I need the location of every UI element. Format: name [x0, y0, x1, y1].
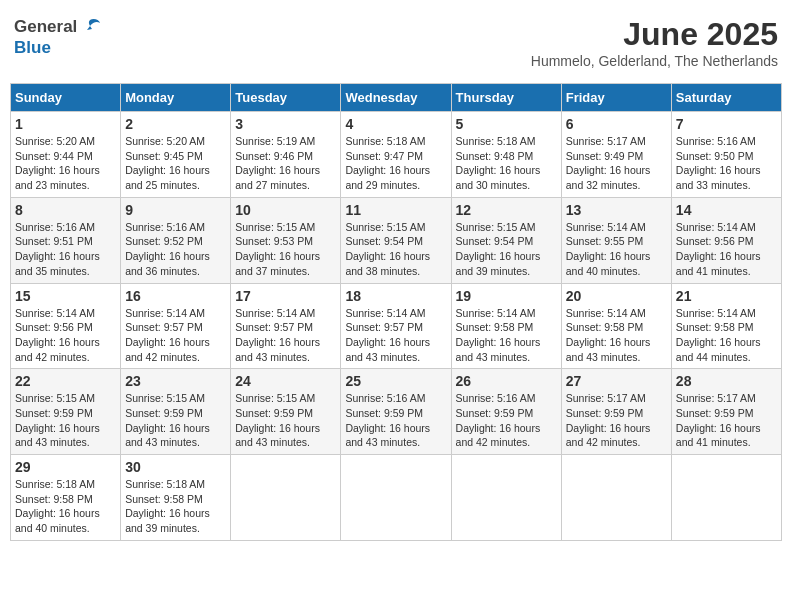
day-number: 25 — [345, 373, 446, 389]
day-number: 20 — [566, 288, 667, 304]
calendar: Sunday Monday Tuesday Wednesday Thursday… — [10, 83, 782, 541]
day-number: 12 — [456, 202, 557, 218]
day-number: 7 — [676, 116, 777, 132]
day-number: 3 — [235, 116, 336, 132]
calendar-cell — [341, 455, 451, 541]
day-info: Sunrise: 5:19 AM Sunset: 9:46 PM Dayligh… — [235, 134, 336, 193]
calendar-week-row: 29Sunrise: 5:18 AM Sunset: 9:58 PM Dayli… — [11, 455, 782, 541]
calendar-cell: 22Sunrise: 5:15 AM Sunset: 9:59 PM Dayli… — [11, 369, 121, 455]
day-info: Sunrise: 5:17 AM Sunset: 9:59 PM Dayligh… — [566, 391, 667, 450]
title-area: June 2025 Hummelo, Gelderland, The Nethe… — [531, 16, 778, 69]
calendar-cell: 23Sunrise: 5:15 AM Sunset: 9:59 PM Dayli… — [121, 369, 231, 455]
calendar-cell: 10Sunrise: 5:15 AM Sunset: 9:53 PM Dayli… — [231, 197, 341, 283]
calendar-body: 1Sunrise: 5:20 AM Sunset: 9:44 PM Daylig… — [11, 112, 782, 541]
day-number: 1 — [15, 116, 116, 132]
calendar-cell — [231, 455, 341, 541]
day-info: Sunrise: 5:18 AM Sunset: 9:58 PM Dayligh… — [15, 477, 116, 536]
calendar-cell — [671, 455, 781, 541]
logo-general: General — [14, 17, 77, 37]
header-wednesday: Wednesday — [341, 84, 451, 112]
calendar-cell: 11Sunrise: 5:15 AM Sunset: 9:54 PM Dayli… — [341, 197, 451, 283]
day-info: Sunrise: 5:15 AM Sunset: 9:59 PM Dayligh… — [15, 391, 116, 450]
calendar-cell — [451, 455, 561, 541]
day-number: 13 — [566, 202, 667, 218]
day-number: 29 — [15, 459, 116, 475]
calendar-cell: 25Sunrise: 5:16 AM Sunset: 9:59 PM Dayli… — [341, 369, 451, 455]
calendar-cell: 24Sunrise: 5:15 AM Sunset: 9:59 PM Dayli… — [231, 369, 341, 455]
location-title: Hummelo, Gelderland, The Netherlands — [531, 53, 778, 69]
calendar-cell: 9Sunrise: 5:16 AM Sunset: 9:52 PM Daylig… — [121, 197, 231, 283]
header: General Blue June 2025 Hummelo, Gelderla… — [10, 10, 782, 75]
calendar-cell: 26Sunrise: 5:16 AM Sunset: 9:59 PM Dayli… — [451, 369, 561, 455]
logo-blue: Blue — [14, 38, 51, 58]
day-info: Sunrise: 5:17 AM Sunset: 9:59 PM Dayligh… — [676, 391, 777, 450]
day-info: Sunrise: 5:18 AM Sunset: 9:48 PM Dayligh… — [456, 134, 557, 193]
calendar-cell: 5Sunrise: 5:18 AM Sunset: 9:48 PM Daylig… — [451, 112, 561, 198]
day-number: 28 — [676, 373, 777, 389]
day-info: Sunrise: 5:20 AM Sunset: 9:44 PM Dayligh… — [15, 134, 116, 193]
day-number: 14 — [676, 202, 777, 218]
day-number: 30 — [125, 459, 226, 475]
calendar-week-row: 22Sunrise: 5:15 AM Sunset: 9:59 PM Dayli… — [11, 369, 782, 455]
calendar-cell: 3Sunrise: 5:19 AM Sunset: 9:46 PM Daylig… — [231, 112, 341, 198]
day-info: Sunrise: 5:14 AM Sunset: 9:58 PM Dayligh… — [676, 306, 777, 365]
calendar-cell: 8Sunrise: 5:16 AM Sunset: 9:51 PM Daylig… — [11, 197, 121, 283]
day-number: 27 — [566, 373, 667, 389]
calendar-cell: 21Sunrise: 5:14 AM Sunset: 9:58 PM Dayli… — [671, 283, 781, 369]
day-number: 10 — [235, 202, 336, 218]
day-info: Sunrise: 5:14 AM Sunset: 9:58 PM Dayligh… — [566, 306, 667, 365]
calendar-week-row: 15Sunrise: 5:14 AM Sunset: 9:56 PM Dayli… — [11, 283, 782, 369]
day-info: Sunrise: 5:15 AM Sunset: 9:59 PM Dayligh… — [235, 391, 336, 450]
calendar-cell: 6Sunrise: 5:17 AM Sunset: 9:49 PM Daylig… — [561, 112, 671, 198]
calendar-cell — [561, 455, 671, 541]
day-info: Sunrise: 5:16 AM Sunset: 9:50 PM Dayligh… — [676, 134, 777, 193]
calendar-cell: 20Sunrise: 5:14 AM Sunset: 9:58 PM Dayli… — [561, 283, 671, 369]
calendar-week-row: 1Sunrise: 5:20 AM Sunset: 9:44 PM Daylig… — [11, 112, 782, 198]
calendar-cell: 1Sunrise: 5:20 AM Sunset: 9:44 PM Daylig… — [11, 112, 121, 198]
day-number: 24 — [235, 373, 336, 389]
calendar-cell: 27Sunrise: 5:17 AM Sunset: 9:59 PM Dayli… — [561, 369, 671, 455]
day-number: 15 — [15, 288, 116, 304]
day-number: 17 — [235, 288, 336, 304]
header-saturday: Saturday — [671, 84, 781, 112]
calendar-cell: 16Sunrise: 5:14 AM Sunset: 9:57 PM Dayli… — [121, 283, 231, 369]
day-number: 19 — [456, 288, 557, 304]
day-info: Sunrise: 5:20 AM Sunset: 9:45 PM Dayligh… — [125, 134, 226, 193]
calendar-cell: 29Sunrise: 5:18 AM Sunset: 9:58 PM Dayli… — [11, 455, 121, 541]
day-info: Sunrise: 5:17 AM Sunset: 9:49 PM Dayligh… — [566, 134, 667, 193]
calendar-cell: 15Sunrise: 5:14 AM Sunset: 9:56 PM Dayli… — [11, 283, 121, 369]
day-info: Sunrise: 5:14 AM Sunset: 9:57 PM Dayligh… — [345, 306, 446, 365]
calendar-cell: 12Sunrise: 5:15 AM Sunset: 9:54 PM Dayli… — [451, 197, 561, 283]
calendar-cell: 17Sunrise: 5:14 AM Sunset: 9:57 PM Dayli… — [231, 283, 341, 369]
day-number: 16 — [125, 288, 226, 304]
calendar-cell: 30Sunrise: 5:18 AM Sunset: 9:58 PM Dayli… — [121, 455, 231, 541]
day-number: 26 — [456, 373, 557, 389]
day-number: 18 — [345, 288, 446, 304]
calendar-cell: 14Sunrise: 5:14 AM Sunset: 9:56 PM Dayli… — [671, 197, 781, 283]
day-info: Sunrise: 5:14 AM Sunset: 9:56 PM Dayligh… — [15, 306, 116, 365]
day-info: Sunrise: 5:18 AM Sunset: 9:58 PM Dayligh… — [125, 477, 226, 536]
day-number: 23 — [125, 373, 226, 389]
header-thursday: Thursday — [451, 84, 561, 112]
month-title: June 2025 — [531, 16, 778, 53]
day-info: Sunrise: 5:14 AM Sunset: 9:56 PM Dayligh… — [676, 220, 777, 279]
day-number: 22 — [15, 373, 116, 389]
calendar-cell: 4Sunrise: 5:18 AM Sunset: 9:47 PM Daylig… — [341, 112, 451, 198]
day-info: Sunrise: 5:14 AM Sunset: 9:57 PM Dayligh… — [125, 306, 226, 365]
header-friday: Friday — [561, 84, 671, 112]
day-info: Sunrise: 5:16 AM Sunset: 9:59 PM Dayligh… — [456, 391, 557, 450]
day-number: 9 — [125, 202, 226, 218]
day-info: Sunrise: 5:14 AM Sunset: 9:58 PM Dayligh… — [456, 306, 557, 365]
day-info: Sunrise: 5:16 AM Sunset: 9:51 PM Dayligh… — [15, 220, 116, 279]
day-info: Sunrise: 5:18 AM Sunset: 9:47 PM Dayligh… — [345, 134, 446, 193]
calendar-cell: 2Sunrise: 5:20 AM Sunset: 9:45 PM Daylig… — [121, 112, 231, 198]
logo-bird-icon — [79, 16, 101, 38]
day-info: Sunrise: 5:16 AM Sunset: 9:59 PM Dayligh… — [345, 391, 446, 450]
day-number: 4 — [345, 116, 446, 132]
day-info: Sunrise: 5:15 AM Sunset: 9:53 PM Dayligh… — [235, 220, 336, 279]
calendar-cell: 28Sunrise: 5:17 AM Sunset: 9:59 PM Dayli… — [671, 369, 781, 455]
weekday-header-row: Sunday Monday Tuesday Wednesday Thursday… — [11, 84, 782, 112]
calendar-week-row: 8Sunrise: 5:16 AM Sunset: 9:51 PM Daylig… — [11, 197, 782, 283]
day-info: Sunrise: 5:15 AM Sunset: 9:54 PM Dayligh… — [456, 220, 557, 279]
day-number: 2 — [125, 116, 226, 132]
